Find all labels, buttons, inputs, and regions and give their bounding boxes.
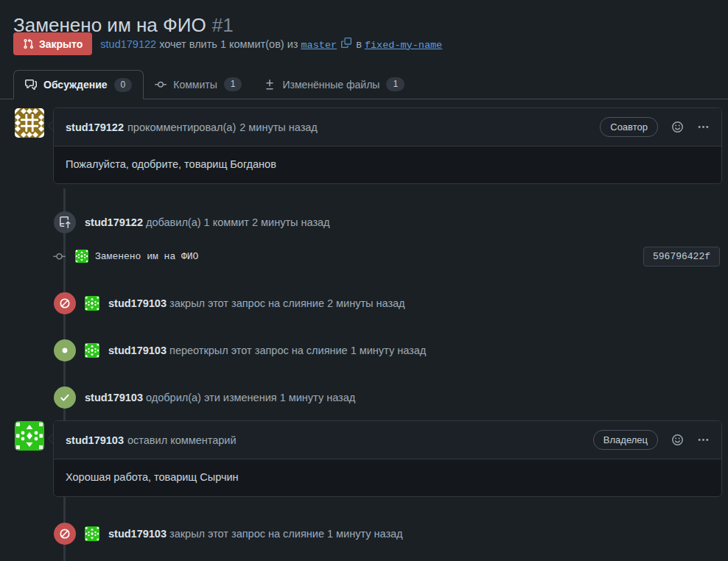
kebab-horizontal-icon — [697, 121, 710, 133]
event-reopened-time[interactable]: 1 минуту назад — [351, 345, 427, 356]
pull-request-page: Заменено им на ФИО#1 Закрыто stud179122 … — [0, 0, 728, 561]
comment-2-actions: Владелец — [593, 430, 710, 450]
tab-changed-files-label: Изменённые файлы — [282, 79, 379, 91]
event-closed-2-text: stud179103 закрыл этот запрос на слияние… — [108, 528, 403, 540]
event-closed-2: stud179103 закрыл этот запрос на слияние… — [54, 523, 403, 545]
avatar-stud179122[interactable] — [15, 108, 44, 138]
commit-author-avatar[interactable] — [75, 250, 88, 263]
tab-changed-files[interactable]: Изменённые файлы 1 — [253, 70, 416, 99]
event-approved-text: stud179103 одобрил(а) эти изменения 1 ми… — [85, 392, 355, 403]
event-closed-1: stud179103 закрыл этот запрос на слияние… — [54, 292, 405, 314]
event-closed-2-time[interactable]: 1 минуту назад — [327, 528, 403, 540]
event-closed-2-avatar[interactable] — [85, 526, 99, 541]
comment-2-body: Хорошая работа, товарищ Сырчин — [54, 459, 721, 496]
pr-meta-row: Закрыто stud179122 хочет влить 1 коммит(… — [13, 32, 442, 55]
event-push-text: stud179122 добавил(а) 1 коммит 2 минуты … — [85, 216, 330, 228]
meta-text-before: хочет влить 1 коммит(ов) из — [159, 38, 298, 50]
event-push-author[interactable]: stud179122 — [85, 216, 143, 228]
role-badge-coauthor: Соавтор — [600, 117, 658, 137]
event-closed-1-action: закрыл этот запрос на слияние — [169, 297, 324, 309]
git-commit-icon-small — [53, 250, 66, 263]
comment-1-time-link[interactable]: 2 минуты назад — [239, 121, 318, 133]
event-approved-action: одобрил(а) эти изменения — [146, 392, 277, 403]
commit-hash-button[interactable]: 596796422f — [643, 247, 720, 267]
event-reopened-author[interactable]: stud179103 — [108, 345, 167, 356]
repo-push-icon — [54, 211, 76, 233]
status-label: Закрыто — [39, 38, 83, 50]
pr-author-link[interactable]: stud179122 — [100, 38, 156, 50]
smiley-icon — [671, 121, 684, 133]
check-icon — [54, 387, 76, 409]
event-push-time[interactable]: 2 минуты назад — [252, 216, 330, 228]
kebab-horizontal-icon — [697, 434, 710, 446]
comment-2: stud179103 оставил комментарий Владелец … — [53, 420, 722, 497]
role-badge-owner: Владелец — [593, 430, 658, 450]
comment-menu-button[interactable] — [697, 121, 710, 133]
tab-commits[interactable]: Коммиты 1 — [144, 70, 253, 99]
comment-2-action: оставил комментарий — [127, 434, 237, 446]
copy-icon — [341, 38, 351, 48]
circle-slash-icon — [54, 523, 76, 545]
comment-1-header: stud179122 прокомментировал(а) 2 минуты … — [54, 108, 721, 147]
dot-fill-icon — [54, 339, 76, 361]
comment-1-actions: Соавтор — [600, 117, 710, 137]
event-closed-1-time[interactable]: 2 минуты назад — [327, 297, 405, 309]
comment-1-author-link[interactable]: stud179122 — [66, 121, 124, 133]
pr-meta-text: stud179122 хочет влить 1 коммит(ов) из m… — [100, 38, 442, 51]
timeline-line — [63, 188, 66, 561]
comment-2-author-link[interactable]: stud179103 — [66, 434, 124, 446]
comment-1: stud179122 прокомментировал(а) 2 минуты … — [53, 107, 722, 184]
avatar-stud179103[interactable] — [15, 421, 44, 451]
event-reopened-action: переоткрыл этот запрос на слияние — [169, 345, 348, 356]
event-reopened: stud179103 переоткрыл этот запрос на сли… — [54, 339, 426, 361]
commit-message-link[interactable]: Заменено им на ФИО — [95, 251, 198, 262]
tab-discussion-count: 0 — [114, 78, 133, 92]
event-closed-1-avatar[interactable] — [85, 296, 99, 311]
comment-1-body: Пожалуйста, одобрите, товарищ Богданов — [54, 147, 721, 183]
event-closed-1-author[interactable]: stud179103 — [108, 297, 167, 309]
copy-branch-button[interactable] — [341, 38, 351, 48]
comment-discussion-icon — [25, 79, 37, 91]
comment-1-action: прокомментировал(а) — [127, 121, 236, 133]
tab-commits-label: Коммиты — [173, 79, 217, 91]
comment-2-header: stud179103 оставил комментарий Владелец — [54, 421, 721, 459]
pr-tabbar: Обсуждение 0 Коммиты 1 Изменённые файлы … — [0, 70, 728, 99]
comment-menu-button-2[interactable] — [697, 434, 710, 446]
target-branch-link[interactable]: fixed-my-name — [365, 40, 442, 51]
base-branch-link[interactable]: master — [301, 40, 337, 51]
tab-discussion-label: Обсуждение — [43, 79, 108, 91]
status-badge: Закрыто — [13, 32, 92, 55]
git-pull-request-icon — [23, 38, 34, 49]
circle-slash-icon — [54, 292, 76, 314]
add-reaction-button[interactable] — [671, 121, 684, 133]
tab-commits-count: 1 — [224, 77, 242, 91]
event-closed-2-author[interactable]: stud179103 — [108, 528, 167, 540]
diff-icon — [264, 79, 276, 91]
add-reaction-button-2[interactable] — [671, 434, 684, 446]
event-closed-1-text: stud179103 закрыл этот запрос на слияние… — [108, 297, 405, 309]
smiley-icon — [671, 434, 684, 446]
event-reopened-text: stud179103 переоткрыл этот запрос на сли… — [108, 345, 426, 356]
git-commit-icon — [155, 79, 167, 91]
event-approved-time[interactable]: 1 минуту назад — [280, 392, 356, 403]
event-push: stud179122 добавил(а) 1 коммит 2 минуты … — [54, 211, 330, 233]
commit-row: Заменено им на ФИО 596796422f — [53, 245, 720, 267]
event-closed-2-action: закрыл этот запрос на слияние — [169, 528, 324, 540]
event-reopened-avatar[interactable] — [85, 343, 99, 358]
event-approved: stud179103 одобрил(а) эти изменения 1 ми… — [54, 387, 355, 409]
event-push-action: добавил(а) 1 коммит — [146, 216, 249, 228]
event-approved-author[interactable]: stud179103 — [85, 392, 143, 403]
meta-text-into: в — [356, 38, 362, 50]
tab-discussion[interactable]: Обсуждение 0 — [13, 70, 144, 99]
tab-changed-files-count: 1 — [386, 77, 405, 91]
